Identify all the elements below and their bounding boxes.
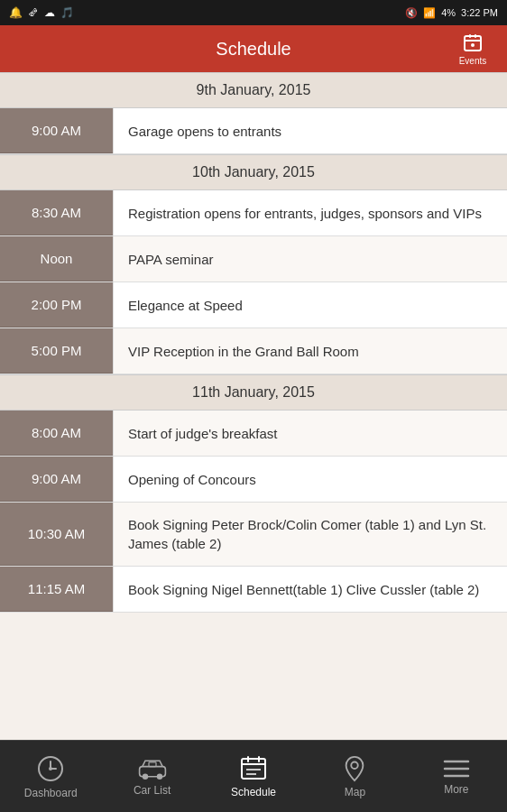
schedule-row[interactable]: 8:00 AMStart of judge's breakfast: [0, 411, 507, 457]
schedule-row[interactable]: 9:00 AMOpening of Concours: [0, 457, 507, 503]
news-icon: 🗞: [28, 6, 39, 19]
event-cell: Registration opens for entrants, judges,…: [113, 190, 507, 235]
sim-icon: 🔔: [9, 6, 23, 19]
status-icons: 🔔 🗞 ☁ 🎵: [9, 6, 74, 19]
schedule-row[interactable]: 10:30 AMBook Signing Peter Brock/Colin C…: [0, 503, 507, 567]
time-cell: 9:00 AM: [0, 108, 113, 153]
time-cell: 10:30 AM: [0, 503, 113, 566]
svg-rect-3: [475, 34, 476, 38]
time-cell: 9:00 AM: [0, 457, 113, 502]
event-cell: Start of judge's breakfast: [113, 411, 507, 456]
app-header: Schedule Events: [0, 25, 507, 72]
schedule-row[interactable]: 5:00 PMVIP Reception in the Grand Ball R…: [0, 328, 507, 374]
schedule-row[interactable]: 11:15 AMBook Signing Nigel Bennett(table…: [0, 567, 507, 613]
schedule-content: 9th January, 20159:00 AMGarage opens to …: [0, 72, 507, 740]
header-title: Schedule: [54, 39, 453, 60]
date-header: 10th January, 2015: [0, 154, 507, 190]
nav-dashboard[interactable]: Dashboard: [0, 740, 101, 812]
event-cell: Elegance at Speed: [113, 282, 507, 328]
schedule-row[interactable]: 2:00 PMElegance at Speed: [0, 282, 507, 328]
nav-carlist-label: Car List: [134, 784, 171, 797]
battery-text: 4%: [441, 7, 456, 18]
nav-more[interactable]: More: [406, 740, 507, 812]
svg-point-6: [49, 767, 52, 770]
time-cell: Noon: [0, 236, 113, 281]
svg-point-17: [352, 761, 359, 769]
schedule-row[interactable]: NoonPAPA seminar: [0, 236, 507, 282]
cloud-icon: ☁: [44, 6, 55, 19]
music-icon: 🎵: [60, 6, 74, 19]
svg-point-4: [471, 43, 475, 47]
event-cell: Opening of Concours: [113, 457, 507, 502]
events-button[interactable]: Events: [453, 32, 493, 66]
time-cell: 8:00 AM: [0, 411, 113, 456]
date-header: 11th January, 2015: [0, 374, 507, 411]
bottom-nav: Dashboard Car List Schedule Map: [0, 740, 507, 812]
time-cell: 11:15 AM: [0, 567, 113, 612]
schedule-row[interactable]: 9:00 AMGarage opens to entrants: [0, 108, 507, 154]
svg-point-8: [142, 773, 147, 779]
event-cell: Book Signing Peter Brock/Colin Comer (ta…: [113, 503, 507, 566]
event-cell: Book Signing Nigel Bennett(table 1) Cliv…: [113, 567, 507, 612]
time-cell: 5:00 PM: [0, 328, 113, 374]
event-cell: PAPA seminar: [113, 236, 507, 281]
nav-map-label: Map: [345, 786, 365, 798]
time-display: 3:22 PM: [461, 7, 498, 18]
time-cell: 2:00 PM: [0, 282, 113, 328]
nav-dashboard-label: Dashboard: [24, 787, 78, 799]
nav-carlist[interactable]: Car List: [101, 740, 202, 812]
event-cell: Garage opens to entrants: [113, 108, 507, 153]
svg-rect-11: [242, 759, 265, 779]
nav-schedule-label: Schedule: [231, 786, 276, 798]
nav-map[interactable]: Map: [304, 740, 405, 812]
date-header: 9th January, 2015: [0, 72, 507, 108]
time-cell: 8:30 AM: [0, 190, 113, 235]
svg-rect-2: [469, 34, 471, 38]
status-bar: 🔔 🗞 ☁ 🎵 🔇 📶 4% 3:22 PM: [0, 0, 507, 25]
status-right: 🔇 📶 4% 3:22 PM: [405, 7, 498, 19]
mute-icon: 🔇: [405, 7, 418, 19]
schedule-row[interactable]: 8:30 AMRegistration opens for entrants, …: [0, 190, 507, 236]
nav-more-label: More: [444, 783, 468, 796]
svg-point-9: [156, 773, 161, 779]
wifi-icon: 📶: [423, 7, 436, 19]
events-label: Events: [459, 56, 487, 66]
event-cell: VIP Reception in the Grand Ball Room: [113, 328, 507, 374]
nav-schedule[interactable]: Schedule: [203, 740, 304, 812]
